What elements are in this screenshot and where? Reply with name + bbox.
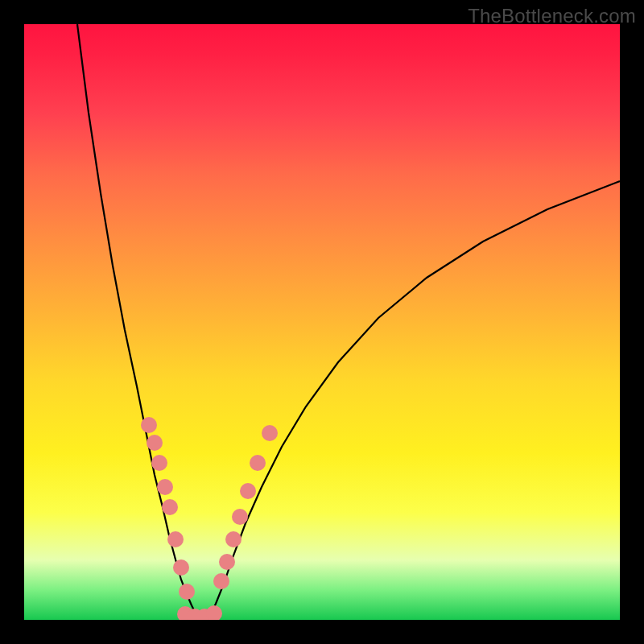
scatter-dot bbox=[141, 417, 157, 433]
scatter-dot bbox=[167, 531, 184, 547]
scatter-dot bbox=[151, 455, 167, 471]
left-bottleneck-curve bbox=[77, 24, 196, 615]
scatter-dot bbox=[213, 573, 229, 589]
scatter-dot bbox=[232, 509, 248, 525]
chart-plot-area bbox=[24, 24, 620, 620]
right-bottleneck-curve bbox=[209, 181, 620, 617]
scatter-dot bbox=[225, 531, 242, 547]
chart-svg bbox=[24, 24, 620, 620]
scatter-dots bbox=[141, 417, 278, 620]
scatter-dot bbox=[162, 499, 178, 515]
scatter-dot bbox=[250, 455, 266, 471]
scatter-dot bbox=[262, 425, 278, 441]
scatter-dot bbox=[157, 479, 173, 495]
scatter-dot bbox=[219, 554, 235, 570]
scatter-dot bbox=[179, 584, 195, 600]
scatter-dot bbox=[173, 559, 189, 576]
scatter-dot bbox=[240, 483, 256, 499]
watermark-text: TheBottleneck.com bbox=[468, 5, 636, 27]
scatter-dot bbox=[147, 435, 163, 451]
scatter-dot bbox=[206, 605, 222, 620]
